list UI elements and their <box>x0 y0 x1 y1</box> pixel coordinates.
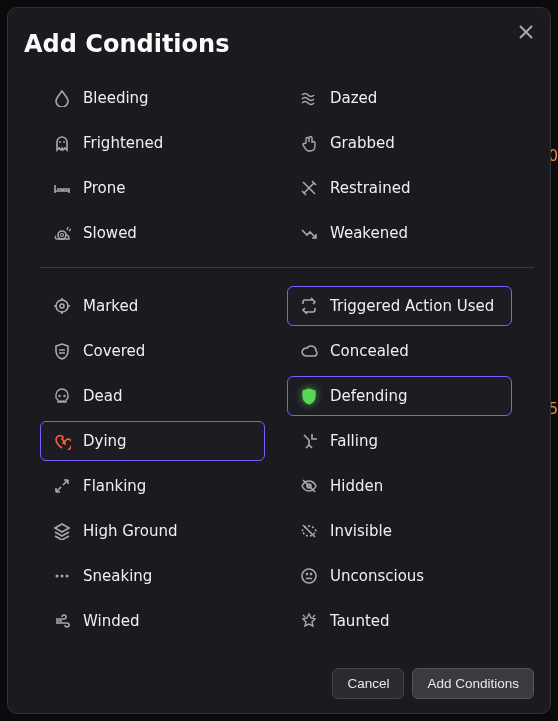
condition-label: Slowed <box>83 224 137 242</box>
condition-dying[interactable]: Dying <box>40 421 265 461</box>
condition-label: Weakened <box>330 224 408 242</box>
modal-title: Add Conditions <box>24 30 534 58</box>
condition-label: Invisible <box>330 522 392 540</box>
condition-label: Prone <box>83 179 126 197</box>
condition-label: Bleeding <box>83 89 149 107</box>
skull-icon <box>53 387 71 405</box>
condition-label: High Ground <box>83 522 177 540</box>
condition-prone[interactable]: Prone <box>40 168 265 208</box>
bed-icon <box>53 179 71 197</box>
fall-icon <box>300 432 318 450</box>
condition-dead[interactable]: Dead <box>40 376 265 416</box>
condition-winded[interactable]: Winded <box>40 601 265 641</box>
condition-label: Dying <box>83 432 127 450</box>
droplet-icon <box>53 89 71 107</box>
condition-label: Frightened <box>83 134 163 152</box>
close-icon <box>517 23 535 41</box>
condition-taunted[interactable]: Taunted <box>287 601 512 641</box>
condition-label: Concealed <box>330 342 409 360</box>
dots-icon <box>53 567 71 585</box>
flank-icon <box>53 477 71 495</box>
hand-icon <box>300 134 318 152</box>
close-button[interactable] <box>512 18 540 46</box>
condition-flanking[interactable]: Flanking <box>40 466 265 506</box>
ko-icon <box>300 567 318 585</box>
condition-falling[interactable]: Falling <box>287 421 512 461</box>
repeat-icon <box>300 297 318 315</box>
modal-footer: Cancel Add Conditions <box>24 668 534 699</box>
condition-label: Unconscious <box>330 567 424 585</box>
shield-icon <box>300 387 318 405</box>
ghost-icon <box>53 134 71 152</box>
invisible-icon <box>300 522 318 540</box>
section-divider <box>40 267 534 268</box>
condition-defending[interactable]: Defending <box>287 376 512 416</box>
condition-covered[interactable]: Covered <box>40 331 265 371</box>
trenddown-icon <box>300 224 318 242</box>
taunt-icon <box>300 612 318 630</box>
condition-marked[interactable]: Marked <box>40 286 265 326</box>
condition-dazed[interactable]: Dazed <box>287 78 512 118</box>
condition-label: Hidden <box>330 477 383 495</box>
condition-invisible[interactable]: Invisible <box>287 511 512 551</box>
add-conditions-modal: Add Conditions BleedingDazedFrightenedGr… <box>7 7 551 714</box>
eyeoff-icon <box>300 477 318 495</box>
condition-grabbed[interactable]: Grabbed <box>287 123 512 163</box>
condition-unconscious[interactable]: Unconscious <box>287 556 512 596</box>
condition-label: Flanking <box>83 477 146 495</box>
condition-label: Triggered Action Used <box>330 297 494 315</box>
condition-bleeding[interactable]: Bleeding <box>40 78 265 118</box>
condition-label: Taunted <box>330 612 390 630</box>
condition-label: Defending <box>330 387 408 405</box>
conditions-list: BleedingDazedFrightenedGrabbedProneRestr… <box>24 78 534 660</box>
heartbreak-icon <box>53 432 71 450</box>
condition-label: Winded <box>83 612 139 630</box>
condition-label: Dead <box>83 387 123 405</box>
condition-sneaking[interactable]: Sneaking <box>40 556 265 596</box>
condition-concealed[interactable]: Concealed <box>287 331 512 371</box>
condition-label: Covered <box>83 342 145 360</box>
add-conditions-button[interactable]: Add Conditions <box>412 668 534 699</box>
noarrow-icon <box>300 179 318 197</box>
layers-icon <box>53 522 71 540</box>
condition-label: Sneaking <box>83 567 152 585</box>
condition-slowed[interactable]: Slowed <box>40 213 265 253</box>
condition-highground[interactable]: High Ground <box>40 511 265 551</box>
condition-triggered[interactable]: Triggered Action Used <box>287 286 512 326</box>
condition-weakened[interactable]: Weakened <box>287 213 512 253</box>
condition-label: Dazed <box>330 89 377 107</box>
condition-hidden[interactable]: Hidden <box>287 466 512 506</box>
target-icon <box>53 297 71 315</box>
condition-label: Marked <box>83 297 138 315</box>
condition-restrained[interactable]: Restrained <box>287 168 512 208</box>
snail-icon <box>53 224 71 242</box>
cancel-button[interactable]: Cancel <box>332 668 404 699</box>
condition-frightened[interactable]: Frightened <box>40 123 265 163</box>
shield2-icon <box>53 342 71 360</box>
cloud-icon <box>300 342 318 360</box>
condition-label: Grabbed <box>330 134 395 152</box>
wind-icon <box>53 612 71 630</box>
waves-icon <box>300 89 318 107</box>
condition-label: Falling <box>330 432 378 450</box>
condition-label: Restrained <box>330 179 410 197</box>
